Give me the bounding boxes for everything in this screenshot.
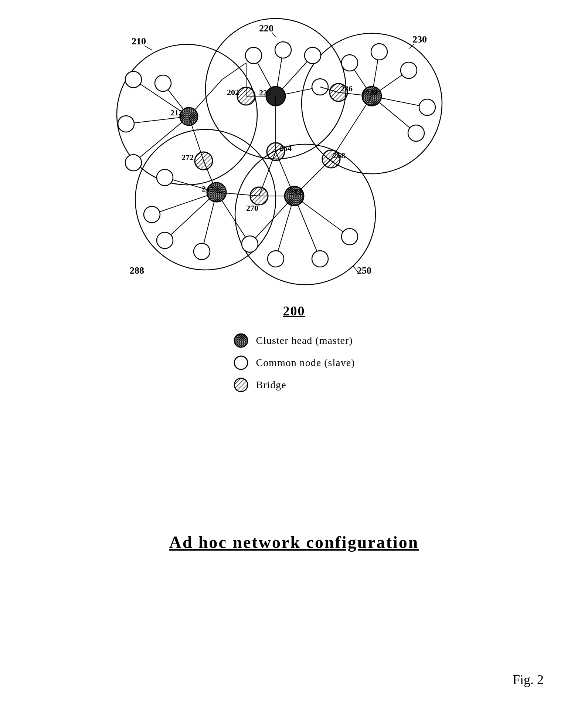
svg-point-12 bbox=[235, 144, 375, 285]
svg-point-53 bbox=[371, 44, 387, 60]
page-title: Ad hoc network configuration bbox=[169, 532, 419, 552]
svg-point-76 bbox=[157, 169, 173, 186]
svg-text:282: 282 bbox=[366, 88, 378, 97]
svg-line-42 bbox=[272, 33, 276, 37]
legend-item-bridge: Bridge bbox=[233, 377, 355, 393]
cluster-head-icon bbox=[233, 333, 249, 348]
svg-point-107 bbox=[234, 334, 248, 347]
svg-point-94 bbox=[242, 236, 258, 252]
svg-text:252: 252 bbox=[290, 188, 302, 197]
svg-point-21 bbox=[155, 75, 171, 91]
svg-point-77 bbox=[144, 206, 160, 223]
svg-text:210: 210 bbox=[132, 36, 146, 47]
svg-point-96 bbox=[312, 251, 328, 267]
svg-point-97 bbox=[341, 229, 358, 245]
legend-item-common-node: Common node (slave) bbox=[233, 355, 355, 371]
legend-common-node-label: Common node (slave) bbox=[256, 357, 355, 369]
page-content: 212 210 202 222 220 bbox=[0, 0, 588, 717]
diagram-area: 212 210 202 222 220 bbox=[91, 15, 497, 311]
legend-item-cluster-head: Cluster head (master) bbox=[233, 333, 355, 348]
svg-point-19 bbox=[118, 116, 134, 132]
svg-point-79 bbox=[194, 243, 210, 260]
bridge-icon bbox=[233, 377, 249, 393]
svg-text:222: 222 bbox=[259, 88, 271, 97]
svg-point-37 bbox=[305, 47, 321, 64]
common-node-icon bbox=[233, 355, 249, 371]
svg-point-55 bbox=[419, 99, 435, 115]
svg-text:264: 264 bbox=[279, 143, 292, 153]
svg-text:242: 242 bbox=[202, 184, 214, 193]
svg-point-56 bbox=[408, 125, 424, 141]
svg-line-73 bbox=[165, 192, 217, 240]
svg-point-36 bbox=[275, 42, 291, 58]
svg-point-20 bbox=[125, 155, 142, 171]
svg-point-108 bbox=[234, 356, 248, 369]
svg-text:202: 202 bbox=[227, 88, 239, 97]
svg-text:286: 286 bbox=[340, 84, 353, 93]
svg-point-29 bbox=[237, 87, 255, 105]
svg-line-72 bbox=[152, 192, 217, 214]
svg-text:270: 270 bbox=[246, 203, 258, 213]
svg-point-95 bbox=[268, 251, 284, 267]
svg-text:268: 268 bbox=[333, 151, 345, 160]
svg-point-110 bbox=[234, 378, 248, 392]
svg-point-18 bbox=[125, 71, 142, 88]
svg-point-52 bbox=[341, 55, 358, 71]
svg-point-35 bbox=[245, 47, 262, 64]
svg-line-25 bbox=[145, 46, 152, 50]
svg-text:250: 250 bbox=[357, 265, 371, 276]
fig-number: Fig. 2 bbox=[513, 672, 544, 687]
figure-label-200: 200 bbox=[283, 303, 305, 319]
svg-line-15 bbox=[133, 116, 189, 163]
svg-line-14 bbox=[126, 116, 189, 124]
svg-text:220: 220 bbox=[259, 23, 273, 34]
legend-area: Cluster head (master) Common node (slave… bbox=[233, 333, 355, 393]
legend-cluster-head-label: Cluster head (master) bbox=[256, 335, 353, 346]
legend-bridge-label: Bridge bbox=[256, 379, 286, 391]
svg-text:272: 272 bbox=[181, 153, 194, 162]
svg-text:288: 288 bbox=[130, 265, 144, 276]
svg-text:230: 230 bbox=[412, 34, 427, 45]
svg-text:212: 212 bbox=[170, 108, 183, 117]
svg-point-54 bbox=[401, 62, 417, 78]
svg-line-66 bbox=[331, 96, 372, 159]
svg-point-78 bbox=[157, 232, 173, 248]
